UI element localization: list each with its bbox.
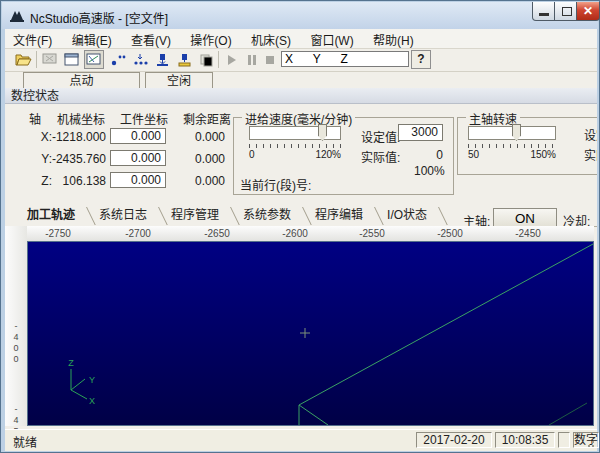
axis-x-work-field[interactable]: 0.000 — [110, 128, 166, 144]
tab-machining-track[interactable]: 加工轨迹 — [19, 207, 91, 225]
mode-jog-indicator: 点动 — [23, 72, 140, 89]
axis-indicator-icon — [71, 369, 87, 399]
axis-y-remain: 0.000 — [165, 152, 225, 166]
tab-io-status[interactable]: I/O状态 — [379, 207, 443, 225]
status-empty-pane — [558, 432, 570, 448]
position-cross-icon — [300, 328, 310, 338]
client-area: 文件(F) 编辑(E) 查看(V) 操作(O) 机床(S) 窗口(W) 帮助(H… — [5, 29, 597, 450]
window-frame: NcStudio高速版 - [空文件] ✕ 文件(F) 编辑(E) 查看(V) … — [0, 0, 600, 453]
tab-strip: 加工轨迹 系统日志 程序管理 系统参数 程序编辑 I/O状态 — [5, 207, 597, 227]
tab-program-manage[interactable]: 程序管理 — [163, 207, 235, 225]
simulate-icon[interactable] — [108, 50, 128, 69]
status-date: 2017-02-20 — [416, 432, 492, 448]
axis-z-remain: 0.000 — [165, 174, 225, 188]
app-icon — [9, 8, 25, 24]
feed-rate-title: 进给速度(毫米/分钟) — [242, 110, 355, 127]
axis-y-work-field[interactable]: 0.000 — [110, 150, 166, 166]
axis-x-machine: -1218.000 — [45, 130, 106, 144]
menu-view[interactable]: 查看(V) — [123, 29, 179, 48]
feed-slider-ticks — [249, 144, 341, 148]
axis-z-glyph: Z — [68, 358, 74, 368]
spindle-scale-min: 50 — [468, 149, 479, 160]
feed-override-percent: 100% — [414, 164, 443, 178]
col-machine-coord: 机械坐标 — [57, 110, 105, 127]
spindle-actual-label: 实际 — [584, 146, 597, 163]
help-icon[interactable]: ? — [411, 50, 431, 69]
handwheel-icon[interactable] — [130, 50, 150, 69]
h-ruler-tick: -2650 — [204, 228, 230, 239]
tab-spacer — [5, 207, 19, 225]
cnc-status-panel: 轴 机械坐标 工件坐标 剩余距离 X: -1218.000 0.000 0.00… — [5, 104, 597, 216]
screen-icon[interactable] — [40, 50, 60, 69]
minimize-icon — [539, 13, 549, 16]
h-ruler-tick: -2500 — [437, 228, 463, 239]
feed-rate-group: 进给速度(毫米/分钟) 0 120% 设定值: 3000 实际值: 0 100%… — [233, 117, 454, 195]
menu-help[interactable]: 帮助(H) — [365, 29, 422, 48]
menu-machine[interactable]: 机床(S) — [243, 29, 299, 48]
feed-override-slider[interactable] — [249, 126, 341, 140]
col-remain-dist: 剩余距离 — [183, 110, 231, 127]
close-icon: ✕ — [583, 4, 593, 18]
pause-icon[interactable] — [242, 50, 262, 69]
close-button[interactable]: ✕ — [576, 2, 600, 21]
menubar: 文件(F) 编辑(E) 查看(V) 操作(O) 机床(S) 窗口(W) 帮助(H… — [5, 29, 597, 49]
spindle-slider-ticks — [468, 144, 556, 148]
feed-set-value-field[interactable]: 3000 — [398, 124, 443, 141]
tab-program-edit[interactable]: 程序编辑 — [307, 207, 379, 225]
ncstudio-window: NcStudio高速版 - [空文件] ✕ 文件(F) 编辑(E) 查看(V) … — [0, 0, 600, 453]
axis-z-work-field[interactable]: 0.000 — [110, 172, 166, 188]
window-icon[interactable] — [62, 50, 82, 69]
toolbar-separator — [218, 51, 219, 68]
feed-actual-label: 实际值: — [361, 148, 400, 165]
vertical-ruler: -400 -450 — [5, 226, 27, 426]
resize-grip[interactable] — [584, 437, 596, 449]
tool-down-icon[interactable] — [152, 50, 172, 69]
h-ruler-tick: -2600 — [282, 228, 308, 239]
window-title: NcStudio高速版 - [空文件] — [30, 9, 168, 26]
h-ruler-tick: -2450 — [515, 228, 541, 239]
spindle-title: 主轴转速 — [466, 110, 520, 127]
status-bar: 就绪 2017-02-20 10:08:35 数字 — [5, 429, 597, 451]
axis-z-machine: 106.138 — [45, 174, 106, 188]
feed-scale-max: 120% — [314, 149, 341, 160]
axis-y-machine: -2435.760 — [45, 152, 106, 166]
trace-view-icon[interactable] — [84, 50, 104, 69]
toolbar-separator — [36, 51, 37, 68]
h-ruler-tick: -2750 — [45, 228, 71, 239]
track-plot: Z Y X — [28, 242, 593, 425]
spindle-set-label: 设定 — [584, 126, 597, 143]
minimize-button[interactable] — [532, 2, 555, 21]
open-file-icon[interactable] — [13, 50, 33, 69]
menu-file[interactable]: 文件(F) — [5, 29, 60, 48]
spindle-speed-group: 主轴转速 50 150% 设定 实际 — [457, 117, 597, 175]
tool-calibrate-icon[interactable] — [174, 50, 194, 69]
axis-x-remain: 0.000 — [165, 130, 225, 144]
machine-state-indicator: 空闲 — [145, 72, 213, 89]
h-ruler-tick: -2550 — [359, 228, 385, 239]
feed-set-label: 设定值: — [361, 128, 400, 145]
col-work-coord: 工件坐标 — [120, 110, 168, 127]
tab-system-params[interactable]: 系统参数 — [235, 207, 307, 225]
current-line-label: 当前行(段)号: — [240, 176, 311, 193]
tab-system-log[interactable]: 系统日志 — [91, 207, 163, 225]
menu-edit[interactable]: 编辑(E) — [64, 29, 120, 48]
maximize-button[interactable] — [554, 2, 577, 21]
v-ruler-tick: -400 — [11, 321, 21, 365]
horizontal-ruler: -2750 -2700 -2650 -2600 -2550 -2500 -245… — [27, 226, 594, 241]
col-axis: 轴 — [29, 110, 41, 127]
menu-window[interactable]: 窗口(W) — [302, 29, 361, 48]
axis-select-input[interactable] — [281, 51, 409, 67]
panel-header: 数控状态 — [5, 88, 597, 104]
maximize-icon — [562, 7, 572, 16]
play-icon[interactable] — [222, 50, 242, 69]
feed-actual-value: 0 — [418, 148, 443, 162]
h-ruler-tick: -2700 — [125, 228, 151, 239]
menu-operate[interactable]: 操作(O) — [182, 29, 239, 48]
spindle-scale-max: 150% — [528, 149, 556, 160]
status-ready-text: 就绪 — [13, 433, 37, 450]
status-time: 10:08:35 — [495, 432, 555, 448]
axis-y-glyph: Y — [89, 375, 95, 385]
copy-icon[interactable] — [196, 50, 216, 69]
track-canvas[interactable]: Z Y X — [27, 241, 594, 426]
titlebar[interactable]: NcStudio高速版 - [空文件] ✕ — [2, 2, 598, 29]
